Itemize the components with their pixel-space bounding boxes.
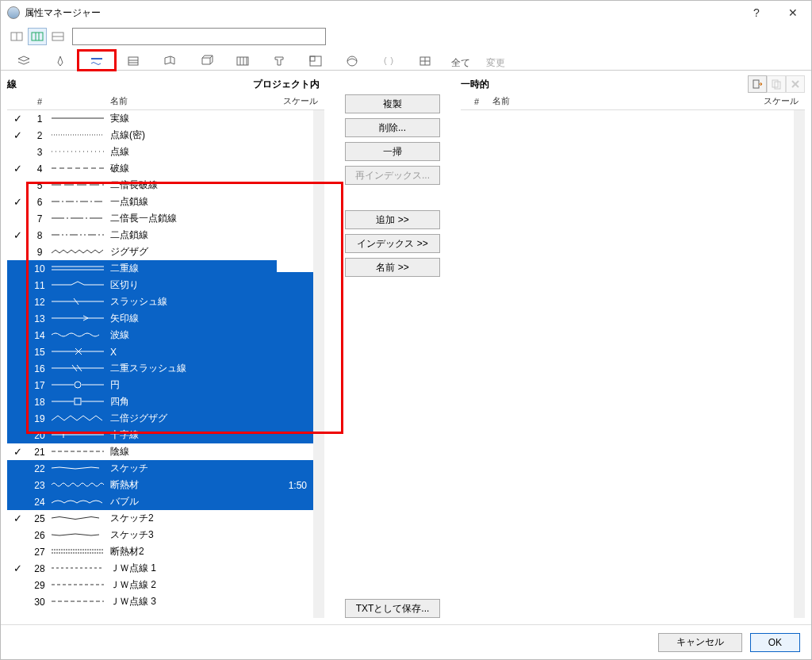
line-row[interactable]: ✓1実線 [7,110,313,127]
scrollbar-thumb[interactable] [313,110,324,221]
cancel-button[interactable]: キャンセル [658,633,742,652]
row-name: スケッチ [110,462,269,475]
row-name: 点線(密) [110,129,269,142]
line-row[interactable]: 19二倍ジグザグ [7,410,313,427]
row-number: 30 [28,597,52,608]
line-row[interactable]: 20十字線 [7,427,313,443]
index-button[interactable]: インデックス >> [345,234,440,253]
svg-point-43 [75,382,81,388]
right-grid-header: # 名前 スケール [461,93,805,110]
tab-all[interactable]: 全て [443,56,478,70]
line-row[interactable]: 17円 [7,377,313,393]
svg-rect-56 [753,80,759,88]
help-button[interactable]: ? [738,1,775,25]
row-number: 7 [28,213,52,224]
line-row[interactable]: 16二重スラッシュ線 [7,360,313,377]
row-number: 10 [28,263,52,274]
line-pattern-icon [52,363,110,374]
view-mode-3-button[interactable] [48,28,67,45]
line-pattern-icon [52,463,110,474]
reindex-button[interactable]: 再インデックス... [345,166,440,185]
save-txt-button[interactable]: TXTとして保存... [345,599,440,618]
line-row[interactable]: 15X [7,343,313,360]
line-row[interactable]: 7二倍長一点鎖線 [7,210,313,227]
clear-button[interactable]: 一掃 [345,142,440,161]
row-number: 17 [28,380,52,391]
line-list[interactable]: ✓1実線✓2点線(密)3点線✓4破線5二倍長破線✓6一点鎖線7二倍長一点鎖線✓8… [7,110,324,618]
line-pattern-icon [52,180,110,191]
line-row[interactable]: 10二重線 [7,260,313,277]
line-row[interactable]: ✓8二点鎖線 [7,227,313,244]
line-row[interactable]: 13矢印線 [7,310,313,327]
line-row[interactable]: 23断熱材1:50 [7,477,313,493]
row-number: 3 [28,147,52,158]
row-name: 矢印線 [110,312,269,325]
line-row[interactable]: 3点線 [7,144,313,160]
row-number: 12 [28,297,52,308]
tab-layers[interactable] [6,51,42,70]
line-row[interactable]: ✓28ＪＷ点線 1 [7,560,313,577]
row-name: 断熱材2 [110,545,269,558]
tab-surfaces[interactable] [151,51,188,70]
close-button[interactable]: ✕ [775,1,811,25]
tab-mep[interactable] [334,51,370,70]
line-row[interactable]: 24バブル [7,493,313,510]
row-name: 一点鎖線 [110,195,269,209]
duplicate-button[interactable]: 複製 [345,94,440,113]
tab-op[interactable] [370,51,407,70]
ok-button[interactable]: OK [750,633,800,652]
line-row[interactable]: ✓4破線 [7,160,313,177]
line-row[interactable]: 29ＪＷ点線 2 [7,577,313,593]
row-name: 波線 [110,328,269,342]
line-row[interactable]: 18四角 [7,393,313,410]
row-name: 四角 [110,395,269,409]
line-row[interactable]: 27断熱材2 [7,543,313,560]
tab-composites[interactable] [224,51,261,70]
tab-materials[interactable] [188,51,224,70]
line-pattern-icon [52,163,110,175]
line-row[interactable]: 5二倍長破線 [7,177,313,194]
line-row[interactable]: ✓21陰線 [7,443,313,460]
check-icon: ✓ [7,229,28,241]
left-grid-header: # 名前 スケール [7,93,324,110]
line-row[interactable]: ✓25スケッチ2 [7,510,313,527]
row-name: 二重線 [110,262,269,275]
row-name: 区切り [110,278,269,292]
tab-pens[interactable] [42,51,79,70]
row-name: X [110,347,269,358]
tab-grid[interactable] [407,51,443,70]
tab-lines[interactable] [79,51,115,70]
row-name: 円 [110,378,269,392]
line-row[interactable]: 30ＪＷ点線 3 [7,593,313,610]
line-row[interactable]: 11区切り [7,277,313,294]
right-panel-title: 一時的 [461,78,489,91]
line-row[interactable]: 12スラッシュ線 [7,294,313,310]
line-row[interactable]: 22スケッチ [7,460,313,477]
line-pattern-icon [52,447,110,458]
import-icon[interactable] [748,75,767,93]
row-number: 24 [28,497,52,508]
tab-profiles[interactable] [261,51,297,70]
line-row[interactable]: ✓6一点鎖線 [7,194,313,210]
line-row[interactable]: 26スケッチ3 [7,527,313,543]
delete-button[interactable]: 削除... [345,118,440,137]
name-button[interactable]: 名前 >> [345,258,440,277]
left-panel-title: 線 [7,78,17,91]
search-input[interactable] [72,28,326,45]
row-name: 二重スラッシュ線 [110,362,269,375]
temp-list[interactable] [461,110,805,618]
view-mode-2-button[interactable] [28,28,47,45]
line-pattern-icon [52,430,110,441]
tab-zones[interactable] [297,51,334,70]
scale-edit-field[interactable] [277,260,313,272]
add-button[interactable]: 追加 >> [345,210,440,229]
line-row[interactable]: ✓2点線(密) [7,127,313,144]
view-mode-1-button[interactable] [7,28,26,45]
tab-fills[interactable] [115,51,151,70]
svg-rect-46 [75,398,81,405]
row-number: 8 [28,230,52,241]
row-name: 二倍長一点鎖線 [110,212,269,225]
row-number: 20 [28,430,52,441]
line-row[interactable]: 14波線 [7,327,313,343]
line-row[interactable]: 9ジグザグ [7,244,313,260]
